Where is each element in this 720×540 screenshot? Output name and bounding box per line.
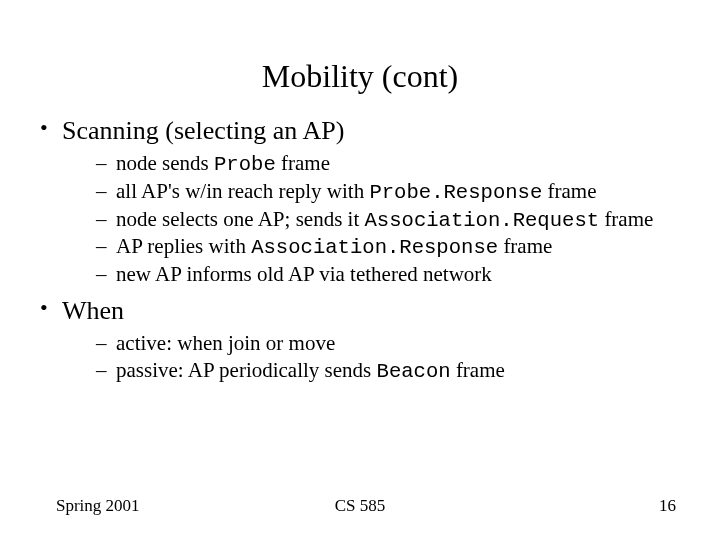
bullet-scanning: Scanning (selecting an AP) node sends Pr…	[34, 113, 690, 287]
scanning-item-2: all AP's w/in reach reply with Probe.Res…	[96, 178, 690, 206]
bullet-scanning-label: Scanning (selecting an AP)	[62, 116, 344, 145]
footer-right: 16	[659, 496, 676, 516]
when-item-1: active: when join or move	[96, 330, 690, 356]
code-assoc-request: Association.Request	[364, 209, 599, 232]
code-beacon: Beacon	[377, 360, 451, 383]
code-probe-response: Probe.Response	[369, 181, 542, 204]
slide-body: Scanning (selecting an AP) node sends Pr…	[0, 113, 720, 384]
code-assoc-response: Association.Response	[251, 236, 498, 259]
footer-center: CS 585	[335, 496, 386, 516]
code-probe: Probe	[214, 153, 276, 176]
scanning-sublist: node sends Probe frame all AP's w/in rea…	[62, 150, 690, 287]
scanning-item-1: node sends Probe frame	[96, 150, 690, 178]
slide: Mobility (cont) Scanning (selecting an A…	[0, 0, 720, 540]
bullet-list: Scanning (selecting an AP) node sends Pr…	[34, 113, 690, 384]
bullet-when: When active: when join or move passive: …	[34, 293, 690, 384]
scanning-item-3: node selects one AP; sends it Associatio…	[96, 206, 690, 234]
footer: Spring 2001 CS 585 16	[0, 496, 720, 516]
slide-title: Mobility (cont)	[0, 0, 720, 113]
scanning-item-5: new AP informs old AP via tethered netwo…	[96, 261, 690, 287]
footer-left: Spring 2001	[56, 496, 140, 516]
when-item-2: passive: AP periodically sends Beacon fr…	[96, 357, 690, 385]
scanning-item-4: AP replies with Association.Response fra…	[96, 233, 690, 261]
bullet-when-label: When	[62, 296, 124, 325]
when-sublist: active: when join or move passive: AP pe…	[62, 330, 690, 384]
